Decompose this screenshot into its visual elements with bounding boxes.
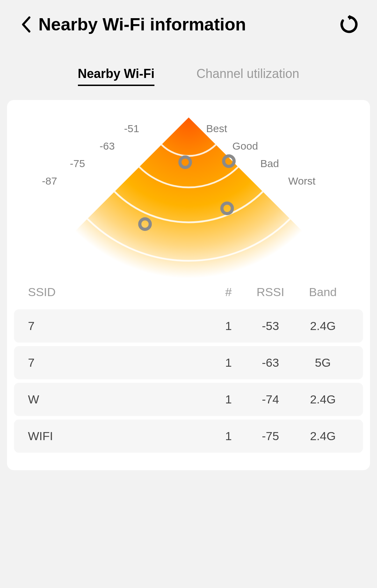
gauge-quality: Best [206, 123, 227, 135]
table-row[interactable]: 7 1 -53 2.4G [14, 309, 363, 343]
col-band: Band [297, 285, 349, 299]
page-title: Nearby Wi-Fi information [38, 14, 339, 35]
cell-rssi: -75 [244, 429, 297, 443]
table-row[interactable]: 7 1 -63 5G [14, 346, 363, 379]
col-rssi: RSSI [244, 285, 297, 299]
content-card: -51 -63 -75 -87 Best Good Bad Worst SSID… [7, 100, 370, 470]
cell-band: 2.4G [297, 393, 349, 406]
cell-ssid: W [28, 393, 213, 406]
cell-band: 2.4G [297, 319, 349, 333]
gauge-quality: Worst [288, 175, 316, 187]
back-button[interactable] [17, 16, 35, 33]
gauge-tick: -75 [70, 158, 85, 170]
cell-count: 1 [213, 319, 244, 333]
cell-ssid: WIFI [28, 429, 213, 443]
cell-rssi: -74 [244, 393, 297, 406]
cell-band: 2.4G [297, 429, 349, 443]
cell-band: 5G [297, 356, 349, 370]
table-row[interactable]: W 1 -74 2.4G [14, 383, 363, 416]
cell-rssi: -53 [244, 319, 297, 333]
table-row[interactable]: WIFI 1 -75 2.4G [14, 420, 363, 453]
gauge-tick: -63 [100, 140, 115, 152]
tab-bar: Nearby Wi-Fi Channel utilization [0, 66, 377, 86]
cell-rssi: -63 [244, 356, 297, 370]
col-count: # [213, 285, 244, 299]
tab-nearby-wifi[interactable]: Nearby Wi-Fi [78, 66, 155, 86]
refresh-button[interactable] [339, 14, 360, 35]
cell-ssid: 7 [28, 319, 213, 333]
cell-count: 1 [213, 356, 244, 370]
cell-count: 1 [213, 429, 244, 443]
cell-count: 1 [213, 393, 244, 406]
tab-channel-utilization[interactable]: Channel utilization [196, 66, 299, 86]
refresh-icon [340, 15, 358, 34]
gauge-quality: Bad [260, 158, 279, 170]
signal-gauge-chart: -51 -63 -75 -87 Best Good Bad Worst [7, 110, 370, 278]
gauge-tick: -51 [124, 123, 139, 135]
table-header: SSID # RSSI Band [7, 278, 370, 306]
svg-rect-1 [31, 110, 346, 278]
col-ssid: SSID [28, 285, 213, 299]
cell-ssid: 7 [28, 356, 213, 370]
chevron-left-icon [21, 16, 31, 33]
gauge-quality: Good [232, 140, 258, 152]
gauge-tick: -87 [42, 175, 57, 187]
